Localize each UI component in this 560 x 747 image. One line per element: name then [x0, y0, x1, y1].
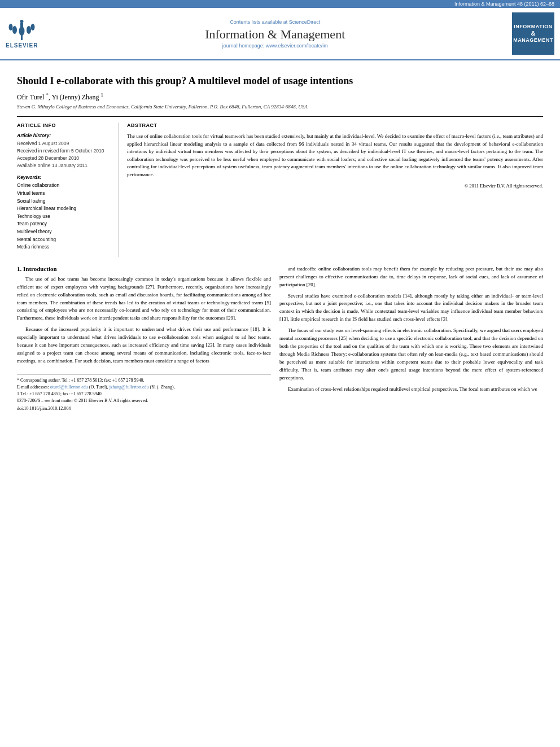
abstract-heading: ABSTRACT	[127, 123, 543, 128]
keyword-item: Virtual teams	[17, 190, 112, 198]
im-logo-line2: &	[531, 30, 536, 37]
keyword-item: Hierarchical linear modeling	[17, 205, 112, 213]
received-date: Received 1 August 2009	[17, 140, 112, 147]
section1-title: Introduction	[23, 265, 57, 272]
left-column: 1. Introduction The use of ad hoc teams …	[17, 265, 271, 411]
homepage-url[interactable]: www.elsevier.com/locate/im	[266, 43, 328, 49]
body-paragraph: The use of ad hoc teams has become incre…	[17, 276, 271, 323]
keyword-item: Multilevel theory	[17, 228, 112, 236]
author-names: Ofir Turel *, Yi (Jenny) Zhang 1	[17, 93, 103, 101]
body-paragraph: Examination of cross-level relationships…	[279, 386, 543, 394]
svg-point-2	[12, 26, 17, 34]
article-info-panel: ARTICLE INFO Article history: Received 1…	[17, 123, 119, 256]
keywords-heading: Keywords:	[17, 174, 112, 180]
email-label: E-mail addresses:	[17, 385, 49, 390]
body-paragraph: Several studies have examined e-collabor…	[279, 292, 543, 324]
svg-point-3	[27, 26, 31, 34]
body-paragraph: Because of the increased popularity it i…	[17, 326, 271, 365]
journal-header: ELSEVIER Contents lists available at Sci…	[0, 8, 560, 60]
section1-body: The use of ad hoc teams has become incre…	[17, 276, 271, 365]
keyword-item: Technology use	[17, 213, 112, 221]
footnote1: 1 Tel.: +1 657 278 4851; fax: +1 657 278…	[17, 391, 271, 397]
email2-name: (Yi (. Zhang),	[150, 385, 175, 390]
right-column: and tradeoffs: online collaboration tool…	[279, 265, 543, 411]
journal-homepage: journal homepage: www.elsevier.com/locat…	[38, 43, 512, 49]
svg-point-6	[20, 20, 24, 23]
accepted-date: Accepted 28 December 2010	[17, 155, 112, 162]
elsevier-tree-icon	[6, 19, 37, 41]
email2[interactable]: jzhang@fullerton.edu	[110, 385, 149, 390]
star-footnote: * Corresponding author. Tel.: +1 657 278…	[17, 377, 271, 384]
history-section: Article history: Received 1 August 2009 …	[17, 133, 112, 169]
im-logo-line1: INFORMATION	[514, 24, 552, 30]
body-paragraph: and tradeoffs: online collaboration tool…	[279, 265, 543, 289]
elsevier-text: ELSEVIER	[6, 42, 38, 49]
keyword-item: Mental accounting	[17, 236, 112, 244]
svg-point-5	[31, 24, 35, 30]
abstract-panel: ABSTRACT The use of online collaboration…	[127, 123, 543, 256]
keyword-item: Team potency	[17, 220, 112, 228]
keyword-item: Online collaboration	[17, 182, 112, 190]
copyright-text: © 2011 Elsevier B.V. All rights reserved…	[127, 183, 543, 189]
issn-text: 0378-7206/$ – see front matter © 2011 El…	[17, 397, 271, 404]
star-note-text: * Corresponding author. Tel.: +1 657 278…	[17, 378, 144, 383]
top-bar: Information & Management 48 (2011) 62–68	[0, 0, 560, 8]
author-sup: 1	[100, 92, 103, 98]
elsevier-logo: ELSEVIER	[6, 19, 38, 49]
svg-point-4	[9, 24, 13, 30]
homepage-label: journal homepage:	[222, 43, 265, 49]
email-footnote: E-mail addresses: oturel@fullerton.edu (…	[17, 384, 271, 391]
section1-number: 1.	[17, 265, 21, 272]
section1-heading: 1. Introduction	[17, 265, 271, 272]
history-heading: Article history:	[17, 133, 112, 138]
article-title: Should I e-collaborate with this group? …	[17, 75, 543, 88]
keyword-item: Media richness	[17, 243, 112, 251]
footnotes-section: * Corresponding author. Tel.: +1 657 278…	[17, 374, 271, 411]
svg-point-1	[19, 27, 25, 36]
journal-header-center: Contents lists available at ScienceDirec…	[38, 19, 512, 49]
im-logo: INFORMATION & MANAGEMENT	[512, 12, 554, 55]
revised-date: Received in revised form 5 October 2010	[17, 147, 112, 155]
email1-name: (O. Turel),	[89, 385, 108, 390]
keyword-item: Social loafing	[17, 198, 112, 206]
email1[interactable]: oturel@fullerton.edu	[50, 385, 88, 390]
affiliation: Steven G. Mihaylo College of Business an…	[17, 104, 543, 110]
journal-citation: Information & Management 48 (2011) 62–68	[454, 1, 554, 7]
keywords-list: Online collaborationVirtual teamsSocial …	[17, 182, 112, 251]
keywords-section: Keywords: Online collaborationVirtual te…	[17, 174, 112, 251]
svg-rect-7	[20, 23, 23, 28]
section1-right-body: and tradeoffs: online collaboration tool…	[279, 265, 543, 394]
doi-text: doi:10.1016/j.im.2010.12.004	[17, 406, 271, 411]
article-info-heading: ARTICLE INFO	[17, 123, 112, 128]
im-logo-line3: MANAGEMENT	[513, 37, 553, 43]
authors-line: Ofir Turel *, Yi (Jenny) Zhang 1	[17, 92, 543, 102]
journal-title: Information & Management	[38, 27, 512, 42]
sciencedirect-link[interactable]: Contents lists available at ScienceDirec…	[38, 19, 512, 25]
body-paragraph: The focus of our study was on level-span…	[279, 327, 543, 382]
abstract-text: The use of online collaboration tools fo…	[127, 133, 543, 178]
available-date: Available online 13 January 2011	[17, 162, 112, 169]
